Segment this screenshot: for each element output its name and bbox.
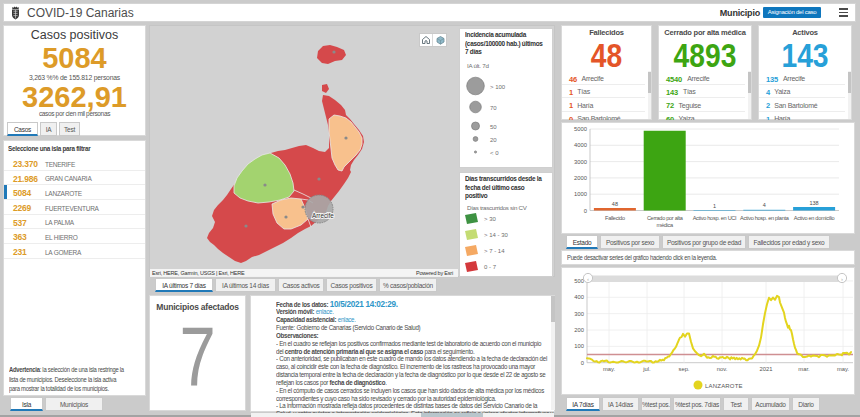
svg-text:50: 50	[490, 124, 497, 130]
svg-text:70: 70	[490, 105, 497, 111]
svg-text:4: 4	[763, 202, 766, 208]
svg-text:2000: 2000	[574, 175, 587, 181]
svg-text:1: 1	[713, 203, 716, 209]
svg-text:nov.: nov.	[717, 366, 728, 372]
svg-text:200: 200	[574, 327, 584, 333]
svg-text:0: 0	[584, 208, 587, 214]
svg-text:médica: médica	[657, 222, 674, 228]
svg-text:> 100: > 100	[490, 84, 506, 90]
svg-text:5000: 5000	[574, 126, 587, 132]
svg-text:100: 100	[574, 343, 584, 349]
svg-text:may.: may.	[837, 366, 850, 372]
svg-text:138: 138	[810, 200, 819, 206]
svg-text:0 - 7: 0 - 7	[484, 264, 497, 270]
svg-text:›: ›	[841, 276, 843, 282]
svg-text:500: 500	[574, 278, 584, 284]
svg-text:mar.: mar.	[798, 366, 810, 372]
svg-text:2021: 2021	[760, 366, 773, 372]
svg-text:> 7 - 14: > 7 - 14	[484, 248, 505, 254]
svg-text:< 0: < 0	[490, 150, 499, 156]
svg-text:Activo hosp. en UCI: Activo hosp. en UCI	[693, 215, 737, 221]
svg-text:jul.: jul.	[642, 366, 651, 372]
svg-text:3000: 3000	[574, 159, 587, 165]
svg-text:400: 400	[574, 294, 584, 300]
svg-text:4000: 4000	[574, 142, 587, 148]
svg-text:Cerrado por alta: Cerrado por alta	[647, 215, 684, 221]
svg-text:sep.: sep.	[679, 366, 690, 372]
svg-text:Activo hosp. en planta: Activo hosp. en planta	[740, 215, 790, 221]
svg-text:20: 20	[490, 137, 497, 143]
svg-text:may.: may.	[603, 366, 616, 372]
svg-text:‹: ‹	[587, 276, 589, 282]
svg-text:Fallecido: Fallecido	[605, 215, 625, 221]
svg-text:Activo en domicilio: Activo en domicilio	[794, 215, 835, 221]
svg-text:LANZAROTE: LANZAROTE	[705, 383, 743, 389]
svg-text:> 14 - 30: > 14 - 30	[484, 232, 509, 238]
svg-text:0: 0	[581, 360, 584, 366]
svg-text:Arrecife: Arrecife	[312, 212, 334, 219]
svg-text:> 30: > 30	[484, 216, 497, 222]
svg-text:48: 48	[612, 201, 618, 207]
svg-text:1000: 1000	[574, 191, 587, 197]
svg-text:300: 300	[574, 311, 584, 317]
